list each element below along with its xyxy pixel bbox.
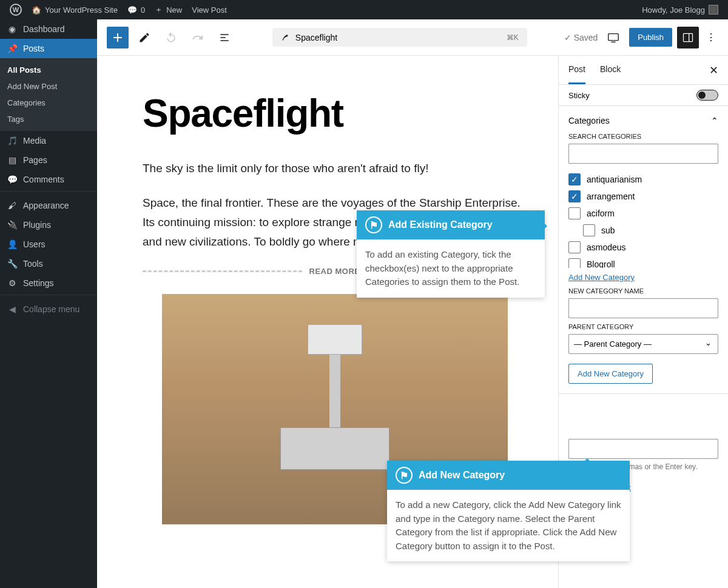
- publish-button[interactable]: Publish: [629, 28, 672, 47]
- category-label: sub: [601, 226, 615, 235]
- svg-rect-1: [684, 33, 693, 41]
- category-checkbox[interactable]: [568, 207, 581, 219]
- sidebar-item-pages[interactable]: ▤ Pages: [0, 150, 97, 170]
- view-post-link[interactable]: View Post: [187, 0, 232, 19]
- sidebar-item-tools[interactable]: 🔧 Tools: [0, 254, 97, 273]
- redo-button[interactable]: [187, 27, 209, 48]
- comments-link[interactable]: 💬 0: [123, 0, 150, 19]
- sidebar-collapse[interactable]: ◀ Collapse menu: [0, 299, 97, 319]
- sidebar-item-settings[interactable]: ⚙ Settings: [0, 273, 97, 293]
- sidebar-item-dashboard[interactable]: ◉ Dashboard: [0, 19, 97, 39]
- media-icon: 🎵: [6, 136, 18, 145]
- category-checkbox[interactable]: [568, 241, 581, 253]
- new-category-label: NEW CATEGORY NAME: [568, 287, 718, 295]
- add-new-category-button[interactable]: Add New Category: [568, 364, 653, 384]
- admin-bar: W 🏠 Your WordPress Site 💬 0 ＋ New View P…: [0, 0, 728, 19]
- check-icon: ✓: [564, 33, 571, 42]
- category-label: arrangement: [587, 192, 635, 201]
- editor-toolbar: Spaceflight ⌘K ✓ Saved Publish ⋮: [97, 19, 728, 56]
- sticky-label: Sticky: [568, 91, 590, 100]
- category-item: aciform: [568, 205, 718, 222]
- category-item: sub: [568, 222, 718, 239]
- tooltip-add-new-category: ⚑ Add New Category To add a new Category…: [387, 461, 630, 561]
- brush-icon: 🖌: [6, 201, 18, 210]
- user-icon: 👤: [6, 239, 18, 249]
- post-title[interactable]: Spaceflight: [143, 92, 527, 135]
- parent-category-select[interactable]: — Parent Category —: [568, 334, 718, 354]
- category-checkbox[interactable]: [583, 224, 595, 236]
- sidebar-sub-all-posts[interactable]: All Posts: [0, 62, 97, 78]
- category-item: ✓antiquarianism: [568, 171, 718, 188]
- chevron-up-icon: ⌃: [711, 116, 718, 125]
- category-checkbox[interactable]: [568, 258, 581, 268]
- sidebar-sub-tags[interactable]: Tags: [0, 111, 97, 127]
- parent-category-label: PARENT CATEGORY: [568, 323, 718, 330]
- tab-post[interactable]: Post: [568, 56, 585, 84]
- avatar: [709, 5, 718, 15]
- search-categories-input[interactable]: [568, 144, 718, 164]
- search-categories-label: SEARCH CATEGORIES: [568, 133, 718, 140]
- flag-icon: ⚑: [396, 467, 413, 484]
- plus-icon: ＋: [155, 4, 163, 15]
- sticky-toggle[interactable]: [696, 90, 718, 101]
- edit-mode-button[interactable]: [133, 27, 155, 48]
- categories-list: ✓antiquarianism✓arrangementaciformsubasm…: [568, 171, 718, 268]
- sidebar-sub-categories[interactable]: Categories: [0, 95, 97, 111]
- plug-icon: 🔌: [6, 220, 18, 230]
- category-label: Blogroll: [587, 259, 615, 268]
- category-label: asmodeus: [587, 242, 626, 252]
- category-item: asmodeus: [568, 239, 718, 256]
- category-item: ✓arrangement: [568, 188, 718, 205]
- sidebar-item-appearance[interactable]: 🖌 Appearance: [0, 196, 97, 215]
- svg-rect-0: [608, 33, 619, 40]
- sidebar-item-media[interactable]: 🎵 Media: [0, 131, 97, 150]
- home-icon: 🏠: [32, 5, 41, 15]
- category-checkbox[interactable]: ✓: [568, 190, 581, 202]
- add-block-button[interactable]: [107, 27, 129, 48]
- document-title-bar[interactable]: Spaceflight ⌘K: [272, 28, 527, 47]
- saved-indicator: ✓ Saved: [564, 33, 598, 42]
- pages-icon: ▤: [6, 155, 18, 165]
- sidebar-item-plugins[interactable]: 🔌 Plugins: [0, 215, 97, 235]
- comments-icon: 💬: [6, 175, 18, 184]
- categories-panel: Categories ⌃ SEARCH CATEGORIES ✓antiquar…: [559, 105, 728, 393]
- comment-icon: 💬: [127, 5, 137, 15]
- category-checkbox[interactable]: ✓: [568, 173, 581, 185]
- category-label: aciform: [587, 209, 615, 218]
- sidebar-item-posts[interactable]: 📌 Posts: [0, 39, 97, 58]
- document-outline-button[interactable]: [214, 27, 235, 48]
- post-paragraph[interactable]: The sky is the limit only for those who …: [143, 159, 527, 178]
- user-greeting[interactable]: Howdy, Joe Blogg: [637, 0, 723, 19]
- tab-block[interactable]: Block: [600, 56, 621, 84]
- new-category-input[interactable]: [568, 298, 718, 318]
- site-name-link[interactable]: 🏠 Your WordPress Site: [27, 0, 123, 19]
- sidebar-item-users[interactable]: 👤 Users: [0, 235, 97, 254]
- admin-sidebar: ◉ Dashboard 📌 Posts All Posts Add New Po…: [0, 19, 97, 588]
- flag-icon: ⚑: [365, 216, 382, 233]
- category-item: Blogroll: [568, 256, 718, 268]
- settings-tabs: Post Block ✕: [559, 56, 728, 85]
- sidebar-item-comments[interactable]: 💬 Comments: [0, 170, 97, 189]
- sidebar-sub-add-new[interactable]: Add New Post: [0, 78, 97, 95]
- close-settings-button[interactable]: ✕: [709, 64, 718, 77]
- add-new-category-link[interactable]: Add New Category: [568, 273, 635, 282]
- category-label: antiquarianism: [587, 175, 642, 184]
- pin-icon: 📌: [6, 44, 18, 53]
- keyboard-shortcut: ⌘K: [507, 33, 519, 42]
- collapse-icon: ◀: [6, 304, 18, 314]
- settings-panel-toggle[interactable]: [677, 27, 699, 48]
- categories-panel-header[interactable]: Categories ⌃: [568, 116, 718, 125]
- more-options-button[interactable]: ⋮: [704, 27, 718, 48]
- preview-button[interactable]: [602, 27, 624, 48]
- leaf-icon: [281, 32, 291, 43]
- dashboard-icon: ◉: [6, 24, 18, 34]
- tooltip-add-existing-category: ⚑ Add Existing Category To add an existi…: [357, 210, 545, 298]
- wp-logo[interactable]: W: [5, 0, 27, 19]
- sidebar-submenu-posts: All Posts Add New Post Categories Tags: [0, 58, 97, 131]
- sliders-icon: ⚙: [6, 278, 18, 288]
- new-link[interactable]: ＋ New: [150, 0, 187, 19]
- undo-button[interactable]: [160, 27, 182, 48]
- wrench-icon: 🔧: [6, 259, 18, 269]
